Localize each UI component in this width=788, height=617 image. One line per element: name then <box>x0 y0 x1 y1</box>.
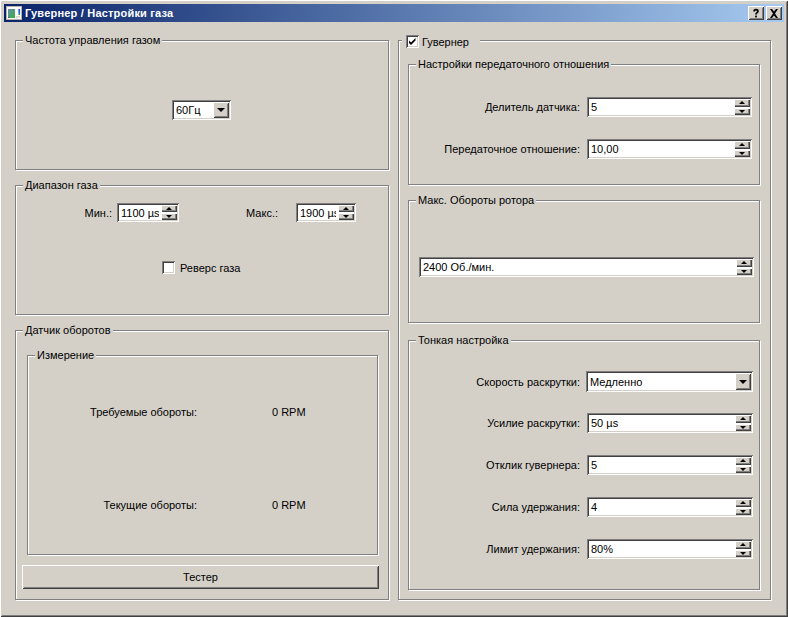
spin-up-button[interactable] <box>735 541 751 549</box>
max-spinbox-buttons <box>338 205 354 220</box>
group-throttle-frequency-label: Частота управления газом <box>23 33 162 47</box>
governor-checkbox-label: Гувернер <box>422 35 469 48</box>
governor-response-buttons <box>735 457 751 473</box>
spool-force-value: 50 µs <box>591 415 733 431</box>
current-rpm-label: Текущие обороты: <box>47 495 197 515</box>
group-fine-tuning-label: Тонкая настройка <box>416 333 511 347</box>
group-rpm-sensor-label: Датчик оборотов <box>23 323 113 337</box>
sensor-divider-value: 5 <box>591 99 732 115</box>
group-throttle-range-label: Диапазон газа <box>23 178 100 192</box>
governor-checkbox[interactable] <box>406 35 419 48</box>
arrow-up-icon <box>740 459 746 462</box>
current-rpm-value: 0 RPM <box>272 495 306 515</box>
gear-ratio-label: Передаточное отношение: <box>380 139 580 159</box>
arrow-down-icon <box>740 468 746 471</box>
group-measurement: Измерение <box>27 355 378 555</box>
arrow-up-icon <box>739 101 745 104</box>
spool-speed-label: Скорость раскрутки: <box>430 371 580 392</box>
reverse-checkbox[interactable] <box>162 261 175 274</box>
arrow-up-icon <box>740 543 746 546</box>
spin-up-button[interactable] <box>161 205 177 212</box>
spin-down-button[interactable] <box>161 213 177 220</box>
spin-up-button[interactable] <box>735 457 751 465</box>
spin-down-button[interactable] <box>735 424 751 432</box>
spool-speed-value: Медленно <box>590 373 733 390</box>
dialog-window: Гувернер / Настройки газа Частота управл… <box>0 0 788 617</box>
spin-up-button[interactable] <box>735 499 751 507</box>
sensor-divider-label: Делитель датчика: <box>430 97 580 117</box>
spin-up-button[interactable] <box>734 141 750 149</box>
arrow-up-icon <box>739 143 745 146</box>
max-label: Макс.: <box>198 203 278 222</box>
required-rpm-label: Требуемые обороты: <box>47 402 197 422</box>
spin-up-button[interactable] <box>736 259 752 267</box>
min-spinbox[interactable]: 1100 µs <box>117 203 179 222</box>
title-bar: Гувернер / Настройки газа <box>4 4 784 22</box>
arrow-up-icon <box>740 417 746 420</box>
governor-response-label: Отклик гувернера: <box>430 455 580 475</box>
holding-force-spinbox[interactable]: 4 <box>587 497 753 517</box>
holding-force-buttons <box>735 499 751 515</box>
spin-up-button[interactable] <box>734 99 750 107</box>
arrow-down-icon <box>343 215 349 218</box>
holding-limit-value: 80% <box>591 541 733 557</box>
spin-down-button[interactable] <box>735 508 751 516</box>
spin-down-button[interactable] <box>736 268 752 276</box>
spool-speed-combobox-arrow[interactable] <box>735 373 751 390</box>
min-spinbox-value: 1100 µs <box>121 205 159 220</box>
max-spinbox-value: 1900 µs <box>300 205 336 220</box>
group-max-rotor-rpm-label: Макс. Обороты ротора <box>416 193 536 207</box>
arrow-up-icon <box>166 207 172 210</box>
reverse-checkbox-label: Реверс газа <box>180 261 240 274</box>
arrow-up-icon <box>741 261 747 264</box>
spin-up-button[interactable] <box>735 415 751 423</box>
arrow-down-icon <box>739 152 745 155</box>
holding-limit-label: Лимит удержания: <box>430 539 580 559</box>
spool-speed-combobox[interactable]: Медленно <box>586 371 753 392</box>
app-icon <box>6 5 22 21</box>
sensor-divider-spinbox[interactable]: 5 <box>587 97 752 117</box>
holding-force-value: 4 <box>591 499 733 515</box>
spin-down-button[interactable] <box>735 550 751 558</box>
max-spinbox[interactable]: 1900 µs <box>296 203 356 222</box>
close-icon <box>769 9 779 18</box>
chevron-down-icon <box>217 108 225 112</box>
arrow-down-icon <box>166 215 172 218</box>
spin-down-button[interactable] <box>734 150 750 158</box>
arrow-down-icon <box>741 270 747 273</box>
spin-up-button[interactable] <box>338 205 354 212</box>
spin-down-button[interactable] <box>735 466 751 474</box>
arrow-down-icon <box>740 426 746 429</box>
tester-button[interactable]: Тестер <box>22 565 379 589</box>
spin-down-button[interactable] <box>338 213 354 220</box>
spool-force-buttons <box>735 415 751 431</box>
max-rotor-rpm-value: 2400 Об./мин. <box>423 259 734 275</box>
arrow-up-icon <box>343 207 349 210</box>
arrow-up-icon <box>740 501 746 504</box>
governor-response-spinbox[interactable]: 5 <box>587 455 753 475</box>
gear-ratio-buttons <box>734 141 750 157</box>
group-gear-ratio-label: Настройки передаточного отношения <box>416 57 611 71</box>
check-icon <box>406 35 419 48</box>
chevron-down-icon <box>739 380 747 384</box>
max-rotor-rpm-spinbox[interactable]: 2400 Об./мин. <box>419 257 754 277</box>
required-rpm-value: 0 RPM <box>272 402 306 422</box>
sensor-divider-buttons <box>734 99 750 115</box>
spool-force-label: Усилие раскрутки: <box>430 413 580 433</box>
spool-force-spinbox[interactable]: 50 µs <box>587 413 753 433</box>
caption-buttons <box>748 6 782 20</box>
holding-limit-spinbox[interactable]: 80% <box>587 539 753 559</box>
help-button[interactable] <box>748 6 764 20</box>
frequency-combobox[interactable]: 60Гц <box>172 100 231 120</box>
gear-ratio-spinbox[interactable]: 10,00 <box>587 139 752 159</box>
question-icon <box>751 8 761 18</box>
spin-down-button[interactable] <box>734 108 750 116</box>
gear-ratio-value: 10,00 <box>591 141 732 157</box>
frequency-combobox-arrow[interactable] <box>213 102 229 118</box>
max-rotor-rpm-buttons <box>736 259 752 275</box>
close-button[interactable] <box>766 6 782 20</box>
min-spinbox-buttons <box>161 205 177 220</box>
holding-force-label: Сила удержания: <box>430 497 580 517</box>
arrow-down-icon <box>739 110 745 113</box>
min-label: Мин.: <box>32 203 112 222</box>
